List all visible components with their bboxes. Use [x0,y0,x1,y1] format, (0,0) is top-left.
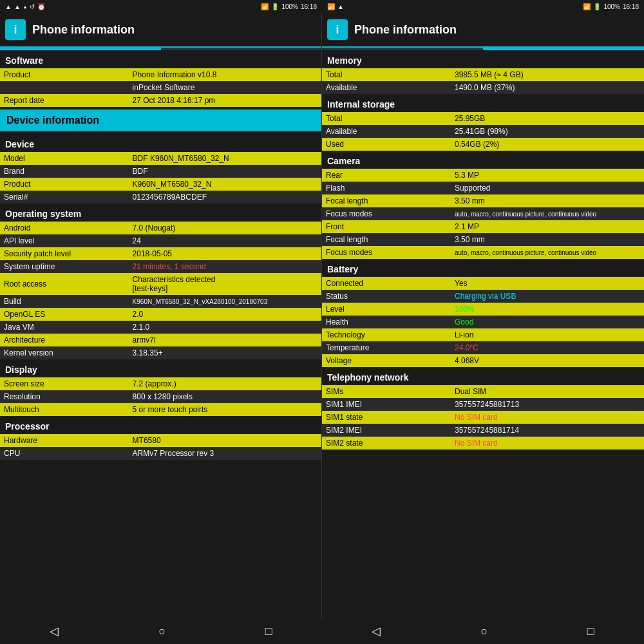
table-row: Build K960N_MT6580_32_N_vXA280100_201807… [0,295,321,308]
memory-header: Memory [322,50,644,68]
value: 24 [129,234,321,247]
label: Status [322,290,451,303]
camera-table: Rear 5.3 MP Flash Supported Focal length… [322,169,644,259]
display-header: Display [0,359,321,377]
memory-table: Total 3985.5 MB (≈ 4 GB) Available 1490.… [322,68,644,94]
left-tab-1[interactable] [0,48,161,50]
recent-button-right[interactable]: □ [587,625,594,638]
left-tab-2[interactable] [161,48,322,50]
table-row: Focus modes auto, macro, continuous pict… [322,207,644,220]
value: 0.54GB (2%) [451,138,644,151]
value: 3.18.35+ [129,346,321,359]
table-row: Health Good [322,316,644,328]
label: SIM1 state [322,411,451,424]
left-panel-icon: i [5,19,26,40]
label: Serial# [0,191,129,204]
label: Total [322,112,451,125]
value: armv7l [129,334,321,346]
table-row: Android 7.0 (Nougat) [0,222,321,234]
right-panel: i Phone information Memory Total 3985.5 … [322,13,644,618]
label: SIM1 IMEI [322,398,451,411]
table-row: Used 0.54GB (2%) [322,138,644,151]
battery-header: Battery [322,259,644,277]
value: BDF [129,165,321,178]
time-1: 16:18 [301,3,317,10]
right-tab-2[interactable] [483,48,644,50]
label: CPU [0,447,129,460]
value: BDF K960N_MT6580_32_N [129,152,321,165]
back-button-right[interactable]: ◁ [372,624,381,638]
right-tab-1[interactable] [322,48,483,50]
table-row: Focal length 3.50 mm [322,233,644,246]
left-tab-bar [0,48,321,50]
value: 3.50 mm [451,233,644,246]
value: 4.068V [451,354,644,367]
battery-icon: 🔋 [271,3,279,10]
table-row: SIM1 state No SIM card [322,411,644,424]
table-row: Front 2.1 MP [322,220,644,233]
value: 357557245881714 [451,424,644,437]
value: Characteristics detected[test-keys] [129,273,321,295]
value: 7.2 (approx.) [129,377,321,390]
label: Focus modes [322,207,451,220]
value: 2.1.0 [129,321,321,334]
home-button-right[interactable]: ○ [480,625,488,638]
value: Good [451,316,644,328]
label: Flash [322,182,451,194]
label: Used [322,138,451,151]
value: K960N_MT6580_32_N [129,178,321,191]
table-row: Screen size 7.2 (approx.) [0,377,321,390]
label: Root access [0,273,129,295]
signal-icon2: 📶 [261,3,269,10]
wifi-icon: ▲ [14,3,21,10]
table-row: Resolution 800 x 1280 pixels [0,390,321,403]
label: Total [322,68,451,81]
label: Report date [0,94,129,107]
table-row: Serial# 0123456789ABCDEF [0,191,321,204]
value: 7.0 (Nougat) [129,222,321,234]
value: Yes [451,277,644,290]
label [0,81,129,94]
value: inPocket Software [129,81,321,94]
signal-icon: ▲ [5,3,12,10]
table-row: Flash Supported [322,182,644,194]
label: Screen size [0,377,129,390]
table-row: Level 100% [322,303,644,316]
value: 2018-05-05 [129,247,321,260]
label: Focus modes [322,246,451,259]
status-icons-right: 📶 ▲ [327,3,344,10]
table-row: Status Charging via USB [322,290,644,303]
home-button-left[interactable]: ○ [158,625,166,638]
table-row: Root access Characteristics detected[tes… [0,273,321,295]
label: Model [0,152,129,165]
table-row: Multitouch 5 or more touch poirts [0,403,321,416]
table-row: System uptime 21 minutes, 1 second [0,260,321,273]
value: 800 x 1280 pixels [129,390,321,403]
label: Multitouch [0,403,129,416]
back-button-left[interactable]: ◁ [50,624,59,638]
value: 5.3 MP [451,169,644,182]
value: MT6580 [129,434,321,447]
table-row: SIM1 IMEI 357557245881713 [322,398,644,411]
right-panel-icon: i [327,19,348,40]
label: Technology [322,328,451,341]
table-row: OpenGL ES 2.0 [0,308,321,321]
right-nav-bar: ◁ ○ □ [322,618,644,644]
storage-table: Total 25.95GB Available 25.41GB (98%) Us… [322,112,644,151]
alarm-icon: ⏰ [37,3,45,10]
label: Voltage [322,354,451,367]
value: ARMv7 Processor rev 3 [129,447,321,460]
battery-icon-r: 🔋 [593,3,601,10]
status-icons-left: ▲ ▲ ⬧ ↺ ⏰ [5,3,45,10]
value: 3.50 mm [451,194,644,207]
label: Focal length [322,194,451,207]
recent-button-left[interactable]: □ [265,625,272,638]
label: SIM2 IMEI [322,424,451,437]
software-header: Software [0,50,321,68]
value: 27 Oct 2018 4:16:17 pm [129,94,321,107]
table-row: Kernel version 3.18.35+ [0,346,321,359]
signal-icon-r: 📶 [327,3,335,10]
table-row: Available 25.41GB (98%) [322,125,644,138]
value: 357557245881713 [451,398,644,411]
label: SIMs [322,385,451,398]
